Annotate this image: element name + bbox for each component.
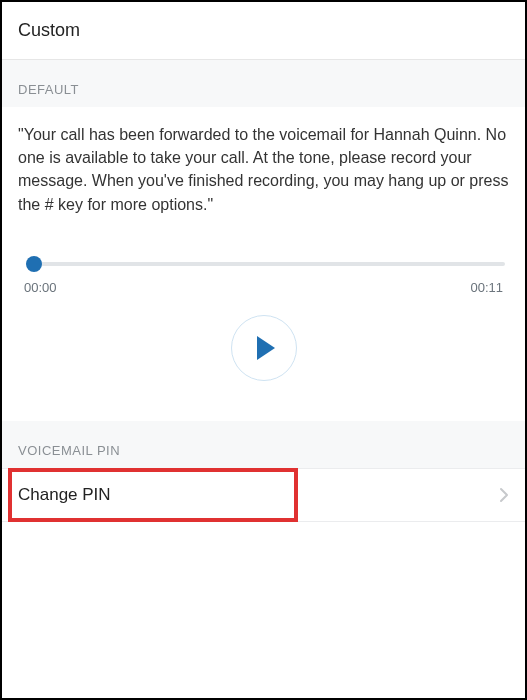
change-pin-row[interactable]: Change PIN	[2, 468, 525, 522]
default-greeting-card: "Your call has been forwarded to the voi…	[2, 107, 525, 421]
voicemail-pin-section-header: VOICEMAIL PIN	[2, 421, 525, 468]
play-button[interactable]	[231, 315, 297, 381]
total-time: 00:11	[470, 280, 503, 295]
progress-bar-bg	[30, 262, 505, 266]
custom-label: Custom	[18, 20, 80, 40]
audio-player: 00:00 00:11	[18, 216, 509, 397]
change-pin-label: Change PIN	[18, 485, 111, 505]
greeting-text: "Your call has been forwarded to the voi…	[18, 123, 509, 216]
default-section-label: DEFAULT	[18, 82, 79, 97]
voicemail-pin-section-label: VOICEMAIL PIN	[18, 443, 120, 458]
default-section-header: DEFAULT	[2, 60, 525, 107]
progress-thumb[interactable]	[26, 256, 42, 272]
current-time: 00:00	[24, 280, 57, 295]
chevron-right-icon	[499, 487, 509, 503]
time-row: 00:00 00:11	[22, 280, 505, 295]
play-icon	[257, 336, 275, 360]
custom-greeting-row[interactable]: Custom	[2, 2, 525, 60]
progress-track[interactable]	[22, 256, 505, 272]
